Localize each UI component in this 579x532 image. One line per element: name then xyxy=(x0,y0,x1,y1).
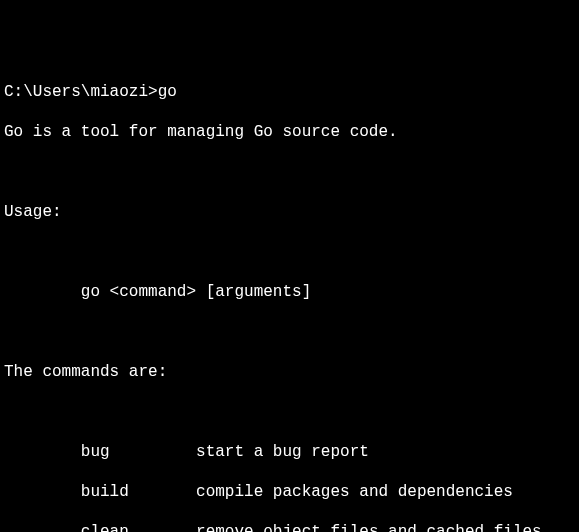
command-row: bug start a bug report xyxy=(4,442,575,462)
command-name: build xyxy=(81,483,129,501)
blank-line xyxy=(4,322,575,342)
usage-label: Usage: xyxy=(4,202,575,222)
command-name: bug xyxy=(81,443,110,461)
prompt-command: go xyxy=(158,83,177,101)
command-desc: remove object files and cached files xyxy=(196,523,542,532)
command-desc: compile packages and dependencies xyxy=(196,483,513,501)
command-desc: start a bug report xyxy=(196,443,369,461)
command-row: clean remove object files and cached fil… xyxy=(4,522,575,532)
prompt-path: C:\Users\miaozi> xyxy=(4,83,158,101)
blank-line xyxy=(4,402,575,422)
blank-line xyxy=(4,242,575,262)
usage-syntax: go <command> [arguments] xyxy=(4,282,575,302)
description-line: Go is a tool for managing Go source code… xyxy=(4,122,575,142)
commands-header: The commands are: xyxy=(4,362,575,382)
blank-line xyxy=(4,162,575,182)
prompt-line[interactable]: C:\Users\miaozi>go xyxy=(4,82,575,102)
command-name: clean xyxy=(81,523,129,532)
command-row: build compile packages and dependencies xyxy=(4,482,575,502)
